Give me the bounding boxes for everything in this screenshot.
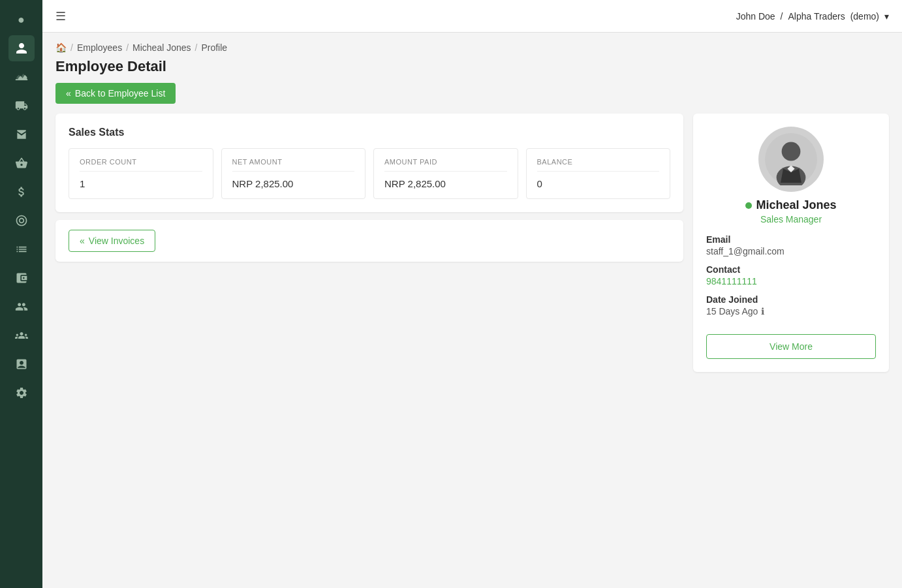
stat-box-net-amount: NET AMOUNT NRP 2,825.00 [221, 148, 366, 199]
home-icon[interactable]: 🏠 [55, 42, 67, 53]
topbar-left: ☰ [55, 9, 66, 23]
page-title: Employee Detail [55, 58, 889, 75]
date-joined-row: Date Joined 15 Days Ago ℹ [706, 294, 876, 317]
content-area: 🏠 / Employees / Micheal Jones / Profile … [42, 33, 902, 588]
settings-icon[interactable] [8, 380, 35, 406]
stat-box-amount-paid: AMOUNT PAID NRP 2,825.00 [373, 148, 518, 199]
sidebar: ● [0, 0, 42, 588]
topbar-separator: / [781, 11, 783, 22]
avatar [758, 127, 824, 192]
online-status-dot [745, 202, 752, 209]
github-icon [721, 10, 731, 22]
basket-icon[interactable] [8, 150, 35, 176]
email-row: Email staff_1@gmail.com [706, 234, 876, 256]
stat-label-net-amount: NET AMOUNT [232, 158, 355, 172]
main-content: Sales Stats ORDER COUNT 1 NET AMOUNT NRP… [55, 114, 889, 372]
email-value: staff_1@gmail.com [706, 246, 876, 256]
people-icon[interactable] [8, 294, 35, 320]
money-icon[interactable] [8, 179, 35, 205]
left-panel: Sales Stats ORDER COUNT 1 NET AMOUNT NRP… [55, 114, 683, 262]
report-icon[interactable] [8, 351, 35, 377]
profile-avatar-container: Micheal Jones Sales Manager [706, 127, 876, 224]
glasses-icon[interactable] [8, 208, 35, 234]
back-icon: « [66, 88, 71, 99]
stat-box-order-count: ORDER COUNT 1 [69, 148, 213, 199]
stat-value-net-amount: NRP 2,825.00 [232, 178, 355, 189]
profile-info: Email staff_1@gmail.com Contact 98411111… [706, 234, 876, 317]
back-button-label: Back to Employee List [75, 88, 166, 99]
chart-icon[interactable] [8, 64, 35, 90]
truck-icon[interactable] [8, 93, 35, 119]
view-more-button[interactable]: View More [706, 334, 876, 359]
breadcrumb-separator-2: / [126, 42, 129, 53]
date-joined-label: Date Joined [706, 294, 876, 305]
profile-name: Micheal Jones [756, 198, 836, 212]
info-icon[interactable]: ℹ [761, 306, 764, 317]
topbar: ☰ John Doe / Alpha Traders (demo) ▾ [42, 0, 902, 33]
main-area: ☰ John Doe / Alpha Traders (demo) ▾ 🏠 / … [42, 0, 902, 588]
stats-title: Sales Stats [69, 127, 670, 138]
view-invoices-button[interactable]: « View Invoices [69, 230, 155, 252]
stats-card: Sales Stats ORDER COUNT 1 NET AMOUNT NRP… [55, 114, 683, 212]
stat-value-balance: 0 [537, 178, 660, 189]
profile-name-container: Micheal Jones [745, 198, 836, 212]
store-icon[interactable] [8, 121, 35, 147]
email-label: Email [706, 234, 876, 245]
dashboard-icon[interactable]: ● [8, 7, 35, 33]
profile-card: Micheal Jones Sales Manager Email staff_… [693, 114, 889, 372]
stat-label-balance: BALANCE [537, 158, 660, 172]
stat-label-order-count: ORDER COUNT [80, 158, 202, 172]
company-name: Alpha Traders [788, 11, 845, 22]
date-joined-text: 15 Days Ago [706, 306, 758, 317]
invoices-icon: « [80, 236, 85, 246]
contact-value: 9841111111 [706, 276, 876, 286]
breadcrumb-employees[interactable]: Employees [77, 42, 122, 53]
breadcrumb-profile: Profile [201, 42, 227, 53]
hamburger-icon[interactable]: ☰ [55, 9, 66, 23]
topbar-user: John Doe / Alpha Traders (demo) ▾ [721, 10, 889, 22]
group-icon[interactable] [8, 322, 35, 348]
invoices-card: « View Invoices [55, 220, 683, 262]
stat-box-balance: BALANCE 0 [526, 148, 671, 199]
breadcrumb-separator-1: / [70, 42, 73, 53]
view-invoices-label: View Invoices [89, 236, 144, 246]
back-button[interactable]: « Back to Employee List [55, 83, 176, 104]
stat-value-amount-paid: NRP 2,825.00 [384, 178, 507, 189]
wallet-icon[interactable] [8, 265, 35, 291]
stat-value-order-count: 1 [80, 178, 202, 189]
user-icon[interactable] [8, 35, 35, 61]
chevron-down-icon[interactable]: ▾ [884, 11, 889, 22]
stats-grid: ORDER COUNT 1 NET AMOUNT NRP 2,825.00 AM… [69, 148, 670, 199]
date-joined-value: 15 Days Ago ℹ [706, 306, 876, 317]
breadcrumb: 🏠 / Employees / Micheal Jones / Profile [55, 42, 889, 53]
breadcrumb-employee-name[interactable]: Micheal Jones [132, 42, 191, 53]
demo-badge: (demo) [850, 11, 879, 22]
stat-label-amount-paid: AMOUNT PAID [384, 158, 507, 172]
breadcrumb-separator-3: / [195, 42, 198, 53]
contact-label: Contact [706, 264, 876, 275]
svg-point-1 [782, 142, 801, 161]
list-icon[interactable] [8, 236, 35, 262]
username: John Doe [736, 11, 775, 22]
profile-role: Sales Manager [760, 214, 822, 224]
contact-row: Contact 9841111111 [706, 264, 876, 286]
